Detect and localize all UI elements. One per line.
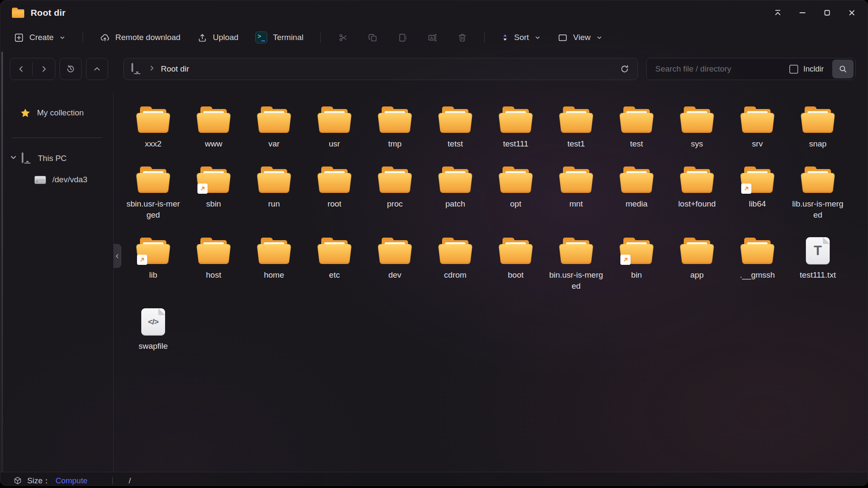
file-label: xxx2 — [145, 138, 161, 150]
file-item-test[interactable]: test — [606, 106, 667, 150]
folder-icon — [499, 166, 533, 193]
delete-icon[interactable] — [457, 32, 467, 43]
file-item-var[interactable]: var — [244, 106, 304, 150]
close-icon[interactable] — [847, 8, 857, 17]
file-item-lib[interactable]: lib — [123, 237, 183, 281]
file-item-cdrom[interactable]: cdrom — [425, 237, 485, 281]
copy-icon[interactable] — [368, 32, 378, 43]
create-button[interactable]: Create — [14, 33, 66, 43]
minimize-icon[interactable] — [798, 8, 807, 17]
window-title: Root dir — [31, 8, 66, 18]
file-item-dev[interactable]: dev — [365, 237, 425, 281]
file-label: test1 — [567, 138, 585, 150]
file-item-sbin.usr-is-merged[interactable]: sbin.usr-is-merged — [123, 166, 183, 221]
toolbar-divider — [83, 32, 83, 43]
file-item-proc[interactable]: proc — [365, 166, 425, 210]
breadcrumb-root[interactable]: Root dir — [161, 64, 189, 74]
folder-icon — [740, 237, 774, 264]
forward-button[interactable] — [33, 58, 55, 80]
incldir-checkbox[interactable] — [789, 65, 798, 74]
file-label: sbin — [206, 198, 221, 210]
collapse-window-icon[interactable] — [773, 8, 782, 17]
sidebar-item-label: /dev/vda3 — [52, 175, 87, 184]
file-label: lost+found — [678, 198, 716, 210]
sidebar-collapse-handle[interactable] — [114, 244, 121, 268]
terminal-button[interactable]: > Terminal — [255, 32, 303, 43]
file-item-run[interactable]: run — [244, 166, 304, 210]
forward-icon — [39, 64, 49, 74]
terminal-icon: > — [255, 32, 267, 43]
svg-text:A: A — [430, 35, 433, 40]
sidebar-item-my-collection[interactable]: My collection — [0, 106, 113, 120]
search-button[interactable] — [832, 60, 854, 78]
size-compute-link[interactable]: Compute — [56, 476, 88, 485]
sort-button[interactable]: Sort — [502, 33, 541, 42]
file-item-app[interactable]: app — [667, 237, 727, 281]
back-button[interactable] — [10, 58, 32, 80]
upload-button[interactable]: Upload — [197, 33, 238, 43]
file-item-tmp[interactable]: tmp — [365, 106, 425, 150]
file-item-patch[interactable]: patch — [425, 166, 485, 210]
file-item-bin.usr-is-merged[interactable]: bin.usr-is-merged — [546, 237, 606, 292]
file-item-sys[interactable]: sys — [667, 106, 727, 150]
file-item-host[interactable]: host — [183, 237, 244, 281]
up-directory-button[interactable] — [86, 58, 108, 80]
rename-icon[interactable]: A — [427, 32, 437, 43]
chevron-down-icon — [534, 34, 541, 41]
file-item-opt[interactable]: opt — [485, 166, 546, 210]
file-label: run — [268, 198, 280, 210]
back-icon — [17, 64, 26, 74]
file-item-lib64[interactable]: lib64 — [727, 166, 788, 210]
remote-download-button[interactable]: Remote download — [100, 33, 180, 43]
chevron-down-icon — [59, 34, 66, 41]
file-label: host — [206, 270, 221, 281]
file-item-test111.txt[interactable]: T test111.txt — [788, 237, 848, 281]
file-item-xxx2[interactable]: xxx2 — [123, 106, 183, 150]
breadcrumb[interactable]: Root dir — [123, 58, 638, 80]
folder-icon — [620, 166, 654, 193]
file-item-sbin[interactable]: sbin — [183, 166, 244, 210]
refresh-button[interactable] — [616, 60, 633, 78]
file-item-etc[interactable]: etc — [304, 237, 365, 281]
file-item-lost+found[interactable]: lost+found — [667, 166, 727, 210]
folder-icon — [680, 166, 714, 193]
file-label: .__gmssh — [740, 270, 775, 281]
monitor-icon — [22, 153, 33, 164]
file-item-tetst[interactable]: tetst — [425, 106, 485, 150]
file-item-srv[interactable]: srv — [727, 106, 788, 150]
file-label: opt — [510, 198, 521, 210]
plus-square-icon — [14, 33, 24, 43]
file-item-www[interactable]: www — [183, 106, 244, 150]
file-item-snap[interactable]: snap — [788, 106, 848, 150]
history-icon — [66, 64, 75, 74]
sidebar-item-this-pc[interactable]: This PC — [0, 152, 113, 165]
file-item-lib.usr-is-merged[interactable]: lib.usr-is-merged — [788, 166, 848, 221]
symlink-badge-icon — [197, 184, 208, 194]
sidebar-item-dev-vda3[interactable]: /dev/vda3 — [0, 173, 113, 187]
file-item-usr[interactable]: usr — [304, 106, 365, 150]
view-button[interactable]: View — [558, 33, 602, 43]
file-item-test111[interactable]: test111 — [485, 106, 546, 150]
maximize-icon[interactable] — [822, 8, 832, 17]
file-item-bin[interactable]: bin — [606, 237, 667, 281]
file-item-mnt[interactable]: mnt — [546, 166, 606, 210]
paste-icon[interactable] — [397, 32, 408, 43]
file-item-media[interactable]: media — [606, 166, 667, 210]
app-title: Root dir — [11, 7, 66, 18]
file-item-swapfile[interactable]: </> swapfile — [123, 308, 183, 352]
file-item-root[interactable]: root — [304, 166, 365, 210]
search-input[interactable] — [655, 64, 784, 74]
folder-icon — [136, 106, 170, 133]
file-label: mnt — [569, 198, 583, 210]
folder-icon — [257, 237, 291, 264]
file-item-.__gmssh[interactable]: .__gmssh — [727, 237, 788, 281]
history-button[interactable] — [60, 58, 82, 80]
cloud-upload-icon — [100, 33, 110, 43]
file-item-test1[interactable]: test1 — [546, 106, 606, 150]
file-item-boot[interactable]: boot — [485, 237, 546, 281]
file-item-home[interactable]: home — [244, 237, 304, 281]
history-nav-group — [10, 58, 55, 80]
cut-icon[interactable] — [338, 32, 348, 43]
file-label: test111 — [503, 138, 528, 150]
chevron-down-icon[interactable] — [10, 154, 17, 163]
